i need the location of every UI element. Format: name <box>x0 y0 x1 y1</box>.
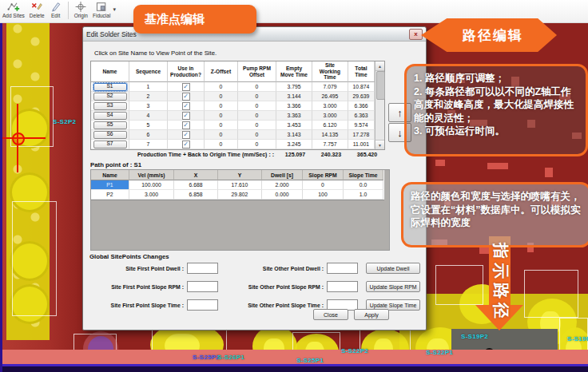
global-first-point-input[interactable] <box>187 263 218 274</box>
path-cell-slope_rpm: 100 <box>303 190 344 200</box>
use-in-production-checkbox[interactable]: ✓ <box>182 140 190 148</box>
site-name-button[interactable]: S2 <box>93 93 127 101</box>
app-window: S-S2P2S-S25P2S-S26P1S-S25P1S-S22P2S-S22P… <box>0 0 588 372</box>
site-cell-site_working_time: 7.079 <box>312 82 348 92</box>
path-cell-y: 17.610 <box>218 180 262 190</box>
scroll-up-icon[interactable]: ▲ <box>375 61 384 71</box>
use-in-production-checkbox[interactable]: ✓ <box>182 131 190 139</box>
path-edit-callout: 路径编辑 <box>421 18 557 52</box>
col-header-name: Name <box>91 61 129 82</box>
site-cell-total_time: 6.366 <box>348 101 375 111</box>
path-cell-y: 29.802 <box>218 190 262 200</box>
footer-label: Production Time + Back to Origin Time (m… <box>90 152 277 157</box>
site-name-button[interactable]: S7 <box>93 140 127 148</box>
pcb-site-label: S-S25P1 <box>296 357 324 364</box>
site-name-cell: S6 <box>91 130 129 140</box>
site-cell-total_time: 10.874 <box>348 82 375 92</box>
origin-icon <box>74 1 87 13</box>
site-cell-z_offset: 0 <box>205 111 238 121</box>
site-cell-site_working_time: 26.495 <box>312 92 348 101</box>
site-cell-z_offset: 0 <box>205 140 238 149</box>
site-cell-sequence: 7 <box>129 140 168 149</box>
site-cell-empty_move_time: 3.453 <box>276 121 312 130</box>
fiducial-button[interactable]: Fiducial <box>90 0 113 18</box>
path-cell-vel: 100.000 <box>129 180 174 190</box>
site-cell-pump_rpm_offset: 0 <box>238 130 276 140</box>
site-name-button[interactable]: S4 <box>93 112 127 120</box>
global-right-label: Site Other Point Slope Time : <box>218 303 324 308</box>
global-section-label: Global SitePoints Changes <box>89 253 169 260</box>
delete-icon <box>30 1 43 13</box>
path-col-dwell: Dwell [s] <box>262 170 303 180</box>
site-cell-empty_move_time: 3.245 <box>276 140 312 149</box>
site-cell-pump_rpm_offset: 0 <box>238 101 276 111</box>
pcb-decor-shape <box>479 247 489 254</box>
site-cell-z_offset: 0 <box>205 101 238 111</box>
scroll-thumb[interactable] <box>376 71 385 100</box>
path-table: Name Vel (mm/s) X Y Dwell [s] Slope RPM … <box>91 170 384 200</box>
checkbox-cell: ✓ <box>168 121 205 130</box>
site-cell-pump_rpm_offset: 0 <box>238 82 276 92</box>
site-cell-pump_rpm_offset: 0 <box>238 140 276 149</box>
path-cell-slope_rpm: 0 <box>303 180 344 190</box>
site-cell-sequence: 3 <box>129 101 168 111</box>
indicate-path-text: 指示路径 <box>492 238 510 327</box>
col-header-site-working-time: Site Working Time <box>312 61 348 82</box>
global-first-point-input[interactable] <box>187 299 218 311</box>
close-button[interactable]: Close <box>313 309 348 320</box>
add-sites-button[interactable]: Add Sites <box>0 0 27 18</box>
site-name-button[interactable]: S1 <box>93 83 127 91</box>
path-table-row: P1100.0006.68817.6102.00000.0 <box>91 180 384 190</box>
site-cell-empty_move_time: 3.144 <box>276 92 312 101</box>
path-cell-name: P1 <box>91 180 129 190</box>
pcb-decor-shape <box>487 163 508 169</box>
pcb-bottom-dark <box>0 366 588 372</box>
footer-empty-move-total: 125.097 <box>277 152 313 157</box>
path-cell-x: 6.688 <box>174 180 218 190</box>
path-col-x: X <box>174 170 218 180</box>
global-first-point-input[interactable] <box>187 281 218 292</box>
checkbox-cell: ✓ <box>168 111 205 121</box>
site-table-scrollbar[interactable]: ▲ ▼ <box>375 61 384 149</box>
site-table: Name Sequence Use in Production? Z-Offse… <box>90 61 385 150</box>
site-name-button[interactable]: S5 <box>93 121 127 129</box>
scroll-down-icon[interactable]: ▼ <box>375 140 384 149</box>
delete-label: Delete <box>30 13 45 18</box>
delete-button[interactable]: Delete <box>27 0 47 18</box>
use-in-production-checkbox[interactable]: ✓ <box>182 93 190 101</box>
col-header-total-time: Total Time <box>348 61 375 82</box>
global-form-row: Site First Point Dwell :Site Other Point… <box>89 263 421 274</box>
use-in-production-checkbox[interactable]: ✓ <box>182 83 190 91</box>
global-other-point-input[interactable] <box>327 263 358 274</box>
site-table-row: S55✓003.4536.1209.574 <box>91 121 384 130</box>
checkbox-cell: ✓ <box>168 140 205 149</box>
path-table-header: Name Vel (mm/s) X Y Dwell [s] Slope RPM … <box>91 170 384 180</box>
site-cell-pump_rpm_offset: 0 <box>238 111 276 121</box>
origin-button[interactable]: Origin <box>72 0 90 18</box>
update-button[interactable]: Update Slope RPM <box>366 281 420 292</box>
edit-solder-sites-dialog: Edit Solder Sites x Click on Site Name t… <box>82 26 427 330</box>
site-cell-pump_rpm_offset: 0 <box>238 121 276 130</box>
use-in-production-checkbox[interactable]: ✓ <box>182 121 190 129</box>
path-panel: Name Vel (mm/s) X Y Dwell [s] Slope RPM … <box>90 169 390 251</box>
pcb-site-label: S-S19P2 <box>461 333 488 340</box>
apply-button[interactable]: Apply <box>354 309 389 320</box>
fiducial-icon <box>95 1 108 13</box>
site-name-button[interactable]: S6 <box>93 131 127 139</box>
edit-button[interactable]: Edit <box>47 0 65 18</box>
edit-label: Edit <box>51 13 60 18</box>
site-cell-site_working_time: 7.757 <box>312 140 348 149</box>
site-cell-empty_move_time: 3.363 <box>276 111 312 121</box>
fiducial-dropdown-caret[interactable]: ▾ <box>113 6 116 13</box>
use-in-production-checkbox[interactable]: ✓ <box>182 112 190 120</box>
use-in-production-checkbox[interactable]: ✓ <box>182 102 190 110</box>
update-button[interactable]: Update Dwell <box>366 263 420 274</box>
path-col-slope-time: Slope Time <box>344 170 383 180</box>
site-cell-sequence: 2 <box>129 92 168 101</box>
site-name-button[interactable]: S3 <box>93 102 127 110</box>
col-header-empty-move-time: Empty Move Time <box>276 61 312 82</box>
path-edit-arrow-shape: 路径编辑 <box>421 18 557 52</box>
pcb-site-label: S-S22P1 <box>426 349 453 356</box>
site-table-row: S22✓003.14426.49529.639 <box>91 92 384 101</box>
global-other-point-input[interactable] <box>327 281 358 292</box>
